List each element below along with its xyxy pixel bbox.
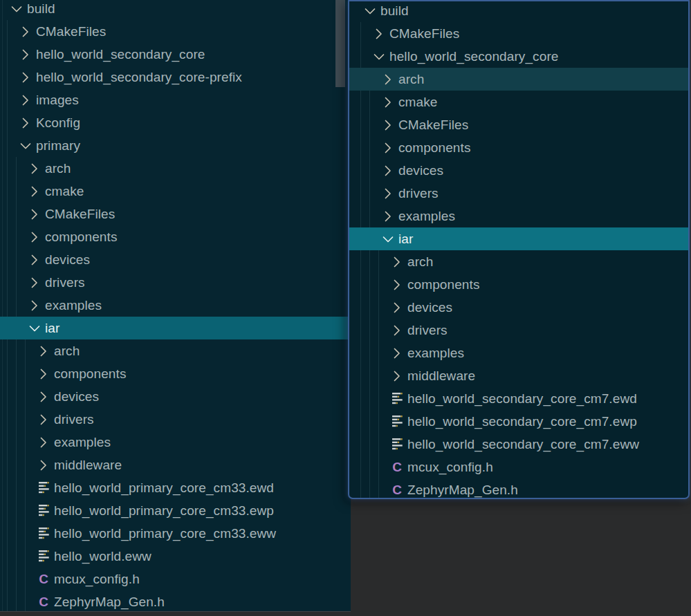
tree-item-components[interactable]: components <box>0 225 351 248</box>
chevron-right-icon[interactable] <box>390 368 404 384</box>
chevron-right-icon[interactable] <box>381 117 395 133</box>
tree-item-label: CMakeFiles <box>45 207 115 222</box>
chevron-right-icon[interactable] <box>28 297 42 314</box>
tree-item-cmakefiles[interactable]: CMakeFiles <box>349 22 688 45</box>
tree-item-mcux-config-h[interactable]: Cmcux_config.h <box>349 456 688 478</box>
tree-item-arch[interactable]: arch <box>0 157 351 180</box>
tree-item-hello-world-secondary-core[interactable]: hello_world_secondary_core <box>349 45 688 68</box>
tree-item-hello-world-primary-core-cm33-ewd[interactable]: hello_world_primary_core_cm33.ewd <box>0 476 351 499</box>
tree-item-hello-world-secondary-core-cm7-ewp[interactable]: hello_world_secondary_core_cm7.ewp <box>349 410 688 433</box>
tree-item-drivers[interactable]: drivers <box>0 271 351 294</box>
tree-item-components[interactable]: components <box>0 362 351 385</box>
file-lines-icon <box>37 548 50 565</box>
chevron-down-icon[interactable] <box>372 48 386 65</box>
tree-item-cmake[interactable]: cmake <box>349 91 688 113</box>
chevron-right-icon[interactable] <box>37 434 50 451</box>
tree-item-label: hello_world_primary_core_cm33.ewd <box>54 480 274 496</box>
tree-item-cmakefiles[interactable]: CMakeFiles <box>0 20 351 43</box>
chevron-right-icon[interactable] <box>381 162 395 179</box>
tree-item-build[interactable]: build <box>349 0 688 22</box>
tree-item-hello-world-primary-core-cm33-eww[interactable]: hello_world_primary_core_cm33.eww <box>0 522 351 545</box>
chevron-right-icon[interactable] <box>28 252 42 268</box>
tree-item-components[interactable]: components <box>349 273 688 296</box>
tree-item-components[interactable]: components <box>349 136 688 159</box>
tree-item-hello-world-secondary-core-cm7-eww[interactable]: hello_world_secondary_core_cm7.eww <box>349 433 688 456</box>
tree-item-build[interactable]: build <box>0 0 351 20</box>
tree-item-label: arch <box>54 344 80 359</box>
file-lines-icon <box>37 480 50 496</box>
chevron-right-icon[interactable] <box>19 46 33 63</box>
tree-item-mcux-config-h[interactable]: Cmcux_config.h <box>0 568 351 590</box>
chevron-right-icon[interactable] <box>390 254 404 270</box>
tree-item-zephyrmap-gen-h[interactable]: CZephyrMap_Gen.h <box>349 478 688 499</box>
chevron-right-icon[interactable] <box>37 457 50 474</box>
chevron-right-icon[interactable] <box>19 92 33 109</box>
tree-item-label: components <box>407 277 480 292</box>
tree-item-arch[interactable]: arch <box>349 250 688 273</box>
tree-item-middleware[interactable]: middleware <box>0 454 351 476</box>
chevron-right-icon[interactable] <box>381 208 395 225</box>
tree-item-hello-world-secondary-core-cm7-ewd[interactable]: hello_world_secondary_core_cm7.ewd <box>349 387 688 410</box>
chevron-down-icon[interactable] <box>19 138 33 154</box>
tree-item-hello-world-primary-core-cm33-ewp[interactable]: hello_world_primary_core_cm33.ewp <box>0 499 351 522</box>
tree-item-cmakefiles[interactable]: CMakeFiles <box>0 203 351 225</box>
tree-item-label: devices <box>407 300 452 315</box>
tree-item-label: arch <box>407 254 433 270</box>
chevron-right-icon[interactable] <box>390 345 404 362</box>
chevron-right-icon[interactable] <box>381 185 395 202</box>
chevron-down-icon[interactable] <box>381 231 395 248</box>
tree-item-cmakefiles[interactable]: CMakeFiles <box>349 113 688 136</box>
chevron-right-icon[interactable] <box>28 160 42 177</box>
tree-item-iar[interactable]: iar <box>0 317 351 339</box>
tree-item-examples[interactable]: examples <box>0 294 351 317</box>
tree-item-devices[interactable]: devices <box>0 385 351 408</box>
chevron-right-icon[interactable] <box>28 274 42 291</box>
tree-item-label: CMakeFiles <box>36 24 106 39</box>
tree-item-hello-world-eww[interactable]: hello_world.eww <box>0 545 351 568</box>
tree-item-devices[interactable]: devices <box>349 159 688 182</box>
tree-item-label: iar <box>398 232 413 247</box>
chevron-right-icon[interactable] <box>28 183 42 200</box>
svg-text:C: C <box>392 460 402 474</box>
tree-item-drivers[interactable]: drivers <box>0 408 351 431</box>
chevron-right-icon[interactable] <box>390 322 404 339</box>
chevron-right-icon[interactable] <box>28 229 42 245</box>
vertical-scrollbar-thumb[interactable] <box>335 0 345 87</box>
tree-item-hello-world-secondary-core[interactable]: hello_world_secondary_core <box>0 43 351 66</box>
chevron-right-icon[interactable] <box>37 411 50 428</box>
chevron-right-icon[interactable] <box>390 277 404 293</box>
tree-item-iar[interactable]: iar <box>349 227 688 250</box>
tree-item-hello-world-secondary-core-prefix[interactable]: hello_world_secondary_core-prefix <box>0 66 351 88</box>
tree-item-zephyrmap-gen-h[interactable]: CZephyrMap_Gen.h <box>0 590 351 612</box>
chevron-right-icon[interactable] <box>381 71 395 88</box>
chevron-right-icon[interactable] <box>372 26 386 42</box>
chevron-right-icon[interactable] <box>37 389 50 405</box>
chevron-down-icon[interactable] <box>10 1 24 17</box>
tree-item-label: primary <box>36 138 80 153</box>
tree-item-primary[interactable]: primary <box>0 134 351 157</box>
tree-item-examples[interactable]: examples <box>349 205 688 227</box>
tree-item-examples[interactable]: examples <box>0 431 351 454</box>
chevron-right-icon[interactable] <box>19 115 33 131</box>
chevron-right-icon[interactable] <box>37 366 50 382</box>
chevron-down-icon[interactable] <box>363 3 377 19</box>
chevron-right-icon[interactable] <box>28 206 42 223</box>
chevron-right-icon[interactable] <box>381 140 395 156</box>
chevron-right-icon[interactable] <box>381 94 395 111</box>
tree-item-devices[interactable]: devices <box>0 248 351 271</box>
tree-item-devices[interactable]: devices <box>349 296 688 319</box>
tree-item-arch[interactable]: arch <box>349 68 688 91</box>
tree-item-images[interactable]: images <box>0 88 351 111</box>
tree-item-drivers[interactable]: drivers <box>349 182 688 205</box>
chevron-right-icon[interactable] <box>19 24 33 40</box>
tree-item-examples[interactable]: examples <box>349 342 688 364</box>
tree-item-middleware[interactable]: middleware <box>349 364 688 387</box>
chevron-down-icon[interactable] <box>28 320 42 337</box>
tree-item-kconfig[interactable]: Kconfig <box>0 111 351 134</box>
tree-item-drivers[interactable]: drivers <box>349 319 688 342</box>
tree-item-cmake[interactable]: cmake <box>0 180 351 203</box>
chevron-right-icon[interactable] <box>19 69 33 86</box>
chevron-right-icon[interactable] <box>37 343 50 360</box>
tree-item-arch[interactable]: arch <box>0 339 351 362</box>
chevron-right-icon[interactable] <box>390 299 404 316</box>
